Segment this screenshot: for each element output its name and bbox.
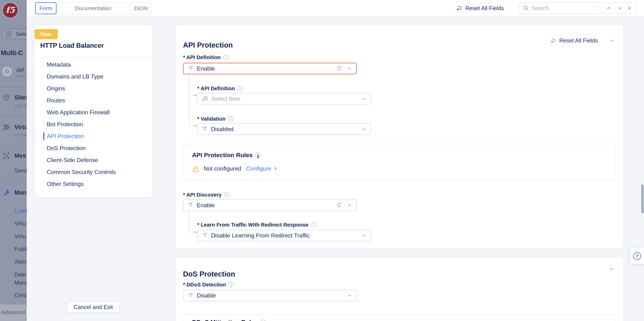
wizard-menu: Metadata Domains and LB Type Origins Rou… — [35, 59, 152, 190]
info-icon[interactable] — [311, 222, 316, 228]
search-icon — [523, 5, 529, 11]
dos-protection-title: DoS Protection — [183, 270, 235, 278]
tab-json[interactable]: JSON — [130, 3, 151, 14]
chevron-down-icon[interactable] — [361, 96, 366, 101]
chevron-down-icon[interactable] — [347, 66, 352, 71]
api-discovery-dropdown[interactable]: Enable — [183, 200, 357, 211]
reset-icon — [550, 38, 557, 44]
refresh-icon[interactable] — [336, 65, 342, 72]
chevron-down-icon[interactable] — [347, 203, 352, 208]
api-discovery-value: Enable — [197, 202, 215, 209]
api-protection-rules-box: API Protection Rules Not configured Conf… — [184, 144, 615, 180]
sidebar-item-delegated-line2[interactable]: Mana — [14, 280, 27, 286]
sidebar-item-virtual-sites[interactable]: Virtu — [14, 233, 26, 240]
chevron-down-icon[interactable] — [361, 233, 366, 238]
namespace-name: def — [16, 67, 24, 73]
info-icon[interactable] — [228, 116, 234, 121]
sidebar-item-sites-label: Sites — [14, 94, 27, 101]
api-definition-select-label: * API Definition — [197, 86, 235, 91]
info-icon[interactable] — [260, 319, 266, 321]
sidebar-item-manage-label: Man — [14, 189, 26, 196]
sidebar-item-load-balancers[interactable]: Load — [14, 208, 27, 214]
sidebar-item-alerts[interactable]: Alert — [14, 259, 26, 265]
wizard-step-other-settings[interactable]: Other Settings — [35, 178, 152, 190]
f5-logo[interactable]: f5 — [3, 3, 18, 18]
chevron-down-icon[interactable] — [361, 126, 366, 132]
search-clear-icon[interactable] — [627, 6, 632, 11]
wizard-step-routes[interactable]: Routes — [35, 94, 152, 106]
info-icon[interactable] — [237, 86, 243, 91]
collapse-section-icon[interactable] — [608, 266, 614, 272]
search-prev-icon[interactable] — [606, 6, 611, 11]
sidebar-item-virtual-sub: HTTP — [14, 133, 27, 138]
info-icon[interactable] — [223, 55, 228, 60]
console-sidebar: f5 Sele Multi-C D def Nam Sites App S — [0, 0, 27, 321]
cancel-and-exit-button[interactable]: Cancel and Exit — [67, 302, 120, 313]
reset-all-fields-label: Reset All Fields — [465, 5, 504, 12]
sidebar-item-delegated[interactable]: Dele — [14, 271, 26, 278]
wizard-step-common-security-controls[interactable]: Common Security Controls — [35, 166, 152, 178]
tree-connector-dot — [194, 231, 196, 233]
modal-topbar: Form Documentation JSON Reset All Fields — [27, 0, 644, 17]
sidebar-item-sites[interactable]: Sites App S — [0, 94, 27, 110]
tree-connector-dot — [194, 94, 196, 96]
f5-logo-text: f5 — [6, 6, 15, 14]
tab-documentation[interactable]: Documentation — [56, 3, 130, 14]
learn-redirect-dropdown[interactable]: Disable Learning From Redirect Traffic — [197, 230, 371, 241]
info-icon[interactable] — [255, 152, 261, 158]
sidebar-advanced-footer[interactable]: Advanced — [0, 304, 27, 321]
sidebar-item-virtual[interactable]: Virtu HTTP — [0, 123, 27, 140]
tab-form[interactable]: Form — [35, 2, 56, 14]
api-definition-value: Enable — [197, 65, 215, 72]
modal-content: New HTTP Load Balancer Metadata Domains … — [27, 17, 644, 321]
configure-link[interactable]: Configure — [246, 165, 271, 172]
search-next-icon[interactable] — [617, 6, 622, 11]
learn-redirect-value: Disable Learning From Redirect Traffic — [211, 232, 310, 239]
refresh-icon[interactable] — [336, 202, 342, 208]
chevron-right-icon[interactable] — [273, 166, 278, 171]
question-mark-icon — [633, 252, 641, 260]
ddos-detection-label: * DDoS Detection — [183, 282, 226, 288]
sidebar-item-certificates[interactable]: Certi — [14, 292, 26, 298]
validation-label: * Validation — [197, 116, 226, 122]
tree-connector — [189, 230, 195, 232]
section-reset-all-fields-button[interactable]: Reset All Fields — [550, 38, 598, 44]
wizard-step-dos-protection[interactable]: DoS Protection — [35, 142, 152, 154]
view-tabs: Form Documentation JSON — [35, 2, 152, 14]
sidebar-item-mesh-child[interactable]: Servi — [14, 168, 27, 174]
api-definition-dropdown[interactable]: Enable — [183, 63, 357, 74]
chevron-down-icon[interactable] — [347, 293, 352, 298]
namespace-selector[interactable]: D def Nam — [0, 65, 27, 80]
validation-dropdown[interactable]: Disabled — [197, 123, 371, 135]
select-service-label: Sele — [16, 31, 26, 37]
search-box[interactable] — [519, 2, 637, 14]
sidebar-item-sites-sub: App S — [14, 103, 27, 109]
sidebar-item-mesh[interactable]: Mes Servi — [0, 152, 27, 179]
scrollbar-thumb[interactable] — [641, 185, 644, 213]
help-button[interactable] — [630, 248, 644, 264]
reset-all-fields-button[interactable]: Reset All Fields — [456, 0, 504, 17]
wizard-step-waf[interactable]: Web Application Firewall — [35, 106, 152, 118]
wizard-step-bot-protection[interactable]: Bot Protection — [35, 118, 152, 130]
branch-icon — [202, 126, 208, 132]
ddos-detection-dropdown[interactable]: Disable — [183, 290, 357, 301]
sidebar-item-manage[interactable]: Man Load Virtu Virtu Publi Alert Dele Ma… — [0, 189, 27, 301]
info-icon[interactable] — [224, 192, 230, 198]
info-icon[interactable] — [228, 282, 234, 287]
sidebar-divider — [0, 182, 27, 183]
search-input[interactable] — [531, 5, 599, 12]
wizard-step-client-side-defense[interactable]: Client-Side Defense — [35, 154, 152, 166]
reset-icon — [456, 5, 463, 12]
wizard-step-metadata[interactable]: Metadata — [35, 59, 152, 71]
wizard-step-api-protection[interactable]: API Protection — [35, 130, 152, 142]
collapse-section-icon[interactable] — [608, 38, 614, 44]
api-definition-select-dropdown[interactable]: Select Item — [197, 93, 371, 104]
wizard-step-origins[interactable]: Origins — [35, 82, 152, 94]
wizard-step-domains-lb-type[interactable]: Domains and LB Type — [35, 71, 152, 82]
sidebar-item-published[interactable]: Publi — [14, 246, 27, 252]
api-definition-select-placeholder: Select Item — [211, 95, 240, 102]
sidebar-item-virtual-hosts[interactable]: Virtu — [14, 220, 26, 227]
select-service-button[interactable]: Sele — [2, 29, 27, 39]
rules-status: Not configured — [204, 165, 241, 172]
tree-connector-dot — [194, 125, 196, 127]
